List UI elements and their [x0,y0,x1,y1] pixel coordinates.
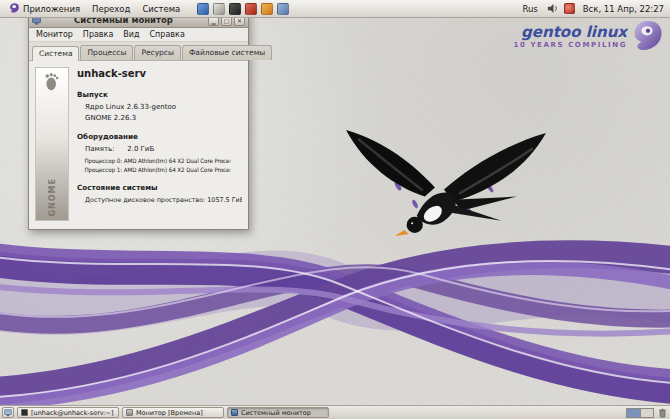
cpu0-row: Процессор 0: AMD Athlon(tm) 64 X2 Dual C… [77,156,230,166]
task-monitor-window[interactable]: Монитор [Времена] [122,407,224,418]
status-section: Состояние системы Доступное дисковое про… [77,183,242,205]
tab-resources[interactable]: Ресурсы [134,45,181,60]
workspace-1[interactable] [627,409,640,417]
places-menu-label: Переход [92,4,130,14]
cpu0-value: AMD Athlon(tm) 64 X2 Dual Core Processor… [124,157,231,164]
help-launcher-icon[interactable] [277,3,289,15]
task-monitor-window-label: Монитор [Времена] [136,409,203,417]
volume-icon[interactable] [547,3,558,14]
hardware-section: Оборудование Память: 2.0 ГиБ Процессор 0… [77,132,242,174]
trash-applet[interactable] [657,407,668,418]
tab-processes[interactable]: Процессы [80,45,133,60]
window-menubar: Монитор Правка Вид Справка [29,28,248,42]
update-notifier-icon[interactable] [564,3,575,14]
system-menu-label: Система [142,4,180,14]
generic-task-icon [126,409,133,416]
web-browser-launcher-icon[interactable] [197,3,209,15]
task-system-monitor-label: Системный монитор [241,409,311,417]
show-desktop-icon [4,409,12,417]
tab-filesystems[interactable]: Файловые системы [182,45,272,60]
memory-row: Память: 2.0 ГиБ [77,144,242,155]
gnome-foot-icon [44,72,60,91]
keyboard-layout-indicator[interactable]: Rus [519,3,540,15]
menu-edit[interactable]: Правка [78,29,118,40]
panel-clock[interactable]: Вск, 11 Апр, 22:27 [581,4,666,14]
system-monitor-window: Системный монитор ▁ □ ✕ Монитор Правка В… [28,12,249,230]
task-terminal-label: [unhack@unhack-serv:~] [31,409,113,417]
package-manager-launcher-icon[interactable] [245,3,257,15]
disk-value: 1057.5 ГиБ [207,196,242,204]
gnome-version-line: GNOME 2.26.3 [77,113,242,124]
workspace-2[interactable] [640,409,653,417]
memory-name: Память: [85,144,125,155]
panel-right: Rus Вск, 11 Апр, 22:27 [519,3,666,15]
terminal-launcher-icon[interactable] [229,3,241,15]
status-label: Состояние системы [77,183,242,192]
task-terminal[interactable]: [unhack@unhack-serv:~] [17,407,119,418]
gnome-banner-text: GNOME [48,178,57,217]
menu-help[interactable]: Справка [145,29,190,40]
gentoo-logo-title: gentoo linux [513,25,627,41]
top-panel: Приложения Переход Система Rus Вск, 11 А… [0,0,670,18]
gentoo-logo-tagline: 10 YEARS COMPILING [513,41,627,49]
gentoo-swirl-icon [632,20,664,54]
applications-menu[interactable]: Приложения [4,1,85,16]
gentoo-menu-icon [9,3,20,14]
menu-monitor[interactable]: Монитор [31,29,78,40]
disk-row: Доступное дисковое пространство: 1057.5 … [77,195,242,205]
places-menu[interactable]: Переход [87,2,135,16]
gentoo-logo-text: gentoo linux 10 YEARS COMPILING [513,25,627,49]
kernel-line: Ядро Linux 2.6.33-gentoo [77,102,242,113]
tab-system[interactable]: Система [32,46,79,61]
system-menu[interactable]: Система [137,2,185,16]
release-label: Выпуск [77,90,242,99]
terminal-task-icon [21,409,28,416]
task-system-monitor[interactable]: Системный монитор [227,407,329,418]
system-monitor-task-icon [231,409,238,416]
memory-value: 2.0 ГиБ [127,145,154,153]
window-tabs: Система Процессы Ресурсы Файловые систем… [29,42,248,61]
cpu1-row: Процессор 1: AMD Athlon(tm) 64 X2 Dual C… [77,165,230,175]
hostname: unhack-serv [77,68,242,79]
hardware-label: Оборудование [77,132,242,141]
cpu1-value: AMD Athlon(tm) 64 X2 Dual Core Processor… [124,166,231,173]
disk-name: Доступное дисковое пространство: [85,196,205,204]
system-info: unhack-serv Выпуск Ядро Linux 2.6.33-gen… [77,67,242,221]
cpu0-name: Процессор 0: [84,157,122,164]
trash-icon [658,408,667,418]
gnome-side-banner: GNOME [35,67,69,221]
applications-menu-label: Приложения [23,4,80,14]
panel-launchers [197,3,289,15]
system-tab-content: GNOME unhack-serv Выпуск Ядро Linux 2.6.… [29,61,248,229]
bottom-panel: [unhack@unhack-serv:~] Монитор [Времена]… [0,405,670,419]
file-manager-launcher-icon[interactable] [213,3,225,15]
wallpaper-gentoo-logo: gentoo linux 10 YEARS COMPILING [513,20,664,54]
workspace-switcher [626,408,654,418]
release-section: Выпуск Ядро Linux 2.6.33-gentoo GNOME 2.… [77,90,242,124]
show-desktop-button[interactable] [2,407,14,418]
media-player-launcher-icon[interactable] [261,3,273,15]
cpu1-name: Процессор 1: [84,166,122,173]
bird-artwork [338,126,550,244]
menu-view[interactable]: Вид [118,29,144,40]
